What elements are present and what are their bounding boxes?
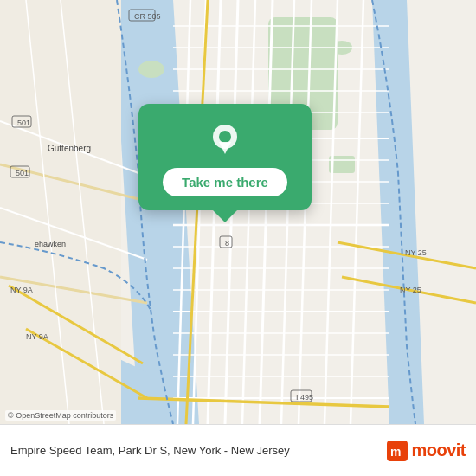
take-me-there-button[interactable]: Take me there [163,168,287,196]
svg-text:m: m [390,445,401,459]
svg-point-66 [219,131,231,143]
location-pin-icon [206,121,244,159]
svg-point-6 [138,61,164,78]
moovit-logo-icon: m [387,441,408,461]
svg-text:8: 8 [225,239,229,248]
svg-text:NY 9A: NY 9A [26,332,48,341]
svg-text:NY 9A: NY 9A [10,286,33,294]
svg-text:501: 501 [16,169,29,177]
moovit-logo: m moovit [387,441,466,461]
moovit-brand-text: moovit [411,441,466,460]
svg-text:NY 25: NY 25 [405,248,427,257]
svg-text:501: 501 [17,119,30,127]
svg-text:CR 505: CR 505 [134,12,161,21]
svg-text:I 495: I 495 [296,393,313,402]
svg-rect-4 [0,0,121,424]
osm-attribution: © OpenStreetMap contributors [5,410,116,421]
svg-text:Guttenberg: Guttenberg [48,144,91,153]
map-svg: 501 CR 505 501 Guttenberg ehawken NY 9A … [0,0,476,424]
map-container: 501 CR 505 501 Guttenberg ehawken NY 9A … [0,0,476,424]
bottom-bar: Empire Speed Team, Park Dr S, New York -… [0,424,476,476]
location-text: Empire Speed Team, Park Dr S, New York -… [10,444,387,457]
attribution-text: © OpenStreetMap contributors [8,411,113,420]
popup-card: Take me there [138,104,312,210]
svg-text:ehawken: ehawken [35,240,66,248]
